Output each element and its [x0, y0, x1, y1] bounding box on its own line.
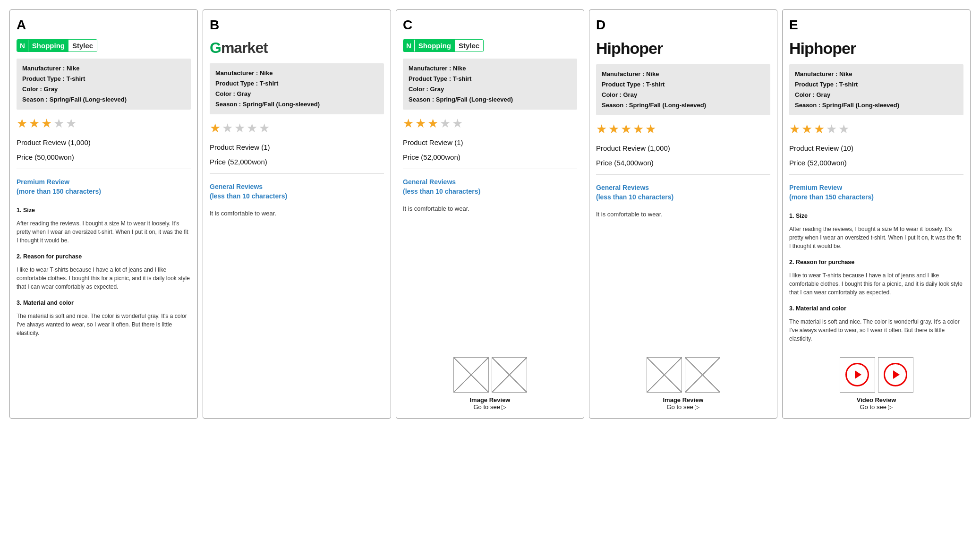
stars-container: ★★★★★: [403, 116, 577, 131]
video-box-0: [840, 357, 875, 393]
play-triangle: [893, 370, 900, 379]
star-filled: ★: [645, 122, 656, 137]
type-line: Product Type : T-shirt: [795, 79, 958, 90]
video-boxes: [840, 357, 913, 393]
gmarket-g: G: [210, 39, 221, 56]
product-info-box: Manufacturer : Nike Product Type : T-shi…: [789, 64, 963, 115]
logo-container-b: Gmarket: [210, 39, 384, 57]
price-line: Price (50,000won): [17, 153, 191, 161]
product-info-box: Manufacturer : Nike Product Type : T-shi…: [210, 63, 384, 114]
star-empty: ★: [247, 121, 257, 136]
type-line: Product Type : T-shirt: [409, 74, 571, 84]
review-section-title-1: 2. Reason for purchase: [17, 253, 191, 260]
star-filled: ★: [801, 122, 812, 137]
review-type-label: Premium Review (more than 150 characters…: [17, 178, 191, 196]
color-line: Color : Gray: [409, 84, 571, 94]
logo-container-e: Hiphoper: [789, 39, 963, 58]
star-filled: ★: [633, 122, 644, 137]
product-info-box: Manufacturer : Nike Product Type : T-shi…: [596, 64, 770, 115]
color-line: Color : Gray: [215, 89, 378, 99]
naver-shopping: Shopping: [28, 40, 68, 51]
season-line: Season : Spring/Fall (Long-sleeved): [215, 99, 378, 110]
column-c: C N Shopping Stylec Manufacturer : Nike …: [396, 9, 584, 419]
review-type-label: General Reviews (less than 10 characters…: [403, 178, 577, 196]
review-section-text-2: The material is soft and nice. The color…: [789, 317, 963, 343]
review-section-text-0: After reading the reviews, I bought a si…: [789, 225, 963, 250]
image-box-1: [685, 357, 720, 393]
price-line: Price (52,000won): [210, 158, 384, 166]
star-filled: ★: [17, 116, 27, 131]
review-section-text-1: I like to wear T-shirts because I have a…: [789, 271, 963, 297]
review-count: Product Review (1): [403, 138, 577, 146]
star-filled: ★: [789, 122, 800, 137]
star-empty: ★: [234, 121, 245, 136]
type-line: Product Type : T-shirt: [22, 74, 185, 84]
naver-shopping: Shopping: [415, 40, 455, 51]
review-type-label: General Reviews (less than 10 characters…: [210, 182, 384, 201]
color-line: Color : Gray: [22, 84, 185, 94]
naver-n: N: [17, 40, 28, 51]
logo-container-c: N Shopping Stylec: [403, 39, 577, 52]
image-review-goto[interactable]: Go to see ▷: [474, 403, 507, 411]
image-placeholder-container: Image ReviewGo to see ▷: [596, 352, 770, 411]
section-label-c: C: [403, 17, 577, 33]
section-label-b: B: [210, 17, 384, 33]
star-filled: ★: [29, 116, 40, 131]
play-icon: [884, 363, 907, 386]
image-boxes: [453, 357, 527, 393]
manufacturer-line: Manufacturer : Nike: [602, 69, 765, 79]
general-review-text: It is comfortable to wear.: [403, 205, 577, 212]
type-line: Product Type : T-shirt: [602, 79, 765, 90]
product-info-box: Manufacturer : Nike Product Type : T-shi…: [403, 59, 577, 110]
manufacturer-line: Manufacturer : Nike: [22, 63, 185, 74]
review-section-title-2: 3. Material and color: [789, 305, 963, 312]
star-empty: ★: [452, 116, 463, 131]
video-placeholder-container: Video ReviewGo to see ▷: [789, 352, 963, 411]
hiphoper-logo: Hiphoper: [789, 39, 856, 58]
logo-container-a: N Shopping Stylec: [17, 39, 191, 52]
main-container: A N Shopping Stylec Manufacturer : Nike …: [9, 9, 971, 419]
review-type-label: Premium Review (more than 150 characters…: [789, 183, 963, 202]
star-empty: ★: [53, 116, 64, 131]
review-type-label: General Reviews (less than 10 characters…: [596, 183, 770, 202]
star-filled: ★: [608, 122, 619, 137]
video-review-goto[interactable]: Go to see ▷: [860, 403, 893, 411]
star-empty: ★: [222, 121, 233, 136]
star-empty: ★: [66, 116, 77, 131]
star-filled: ★: [415, 116, 426, 131]
star-filled: ★: [621, 122, 631, 137]
review-section-text-2: The material is soft and nice. The color…: [17, 312, 191, 337]
color-line: Color : Gray: [602, 90, 765, 100]
image-review-label: Image Review: [470, 396, 511, 403]
price-line: Price (52,000won): [789, 159, 963, 167]
star-filled: ★: [210, 121, 221, 136]
logo-container-d: Hiphoper: [596, 39, 770, 58]
column-a: A N Shopping Stylec Manufacturer : Nike …: [9, 9, 198, 419]
video-review-label: Video Review: [857, 396, 896, 403]
star-filled: ★: [596, 122, 607, 137]
column-b: B Gmarket Manufacturer : Nike Product Ty…: [203, 9, 391, 419]
star-empty: ★: [838, 122, 849, 137]
season-line: Season : Spring/Fall (Long-sleeved): [22, 94, 185, 105]
review-count: Product Review (1,000): [596, 144, 770, 152]
naver-n: N: [403, 40, 414, 51]
price-line: Price (54,000won): [596, 159, 770, 167]
star-filled: ★: [814, 122, 825, 137]
image-box-1: [492, 357, 527, 393]
star-empty: ★: [259, 121, 270, 136]
product-info-box: Manufacturer : Nike Product Type : T-shi…: [17, 59, 191, 110]
divider: [17, 169, 191, 169]
review-section-title-0: 1. Size: [789, 213, 963, 219]
star-empty: ★: [826, 122, 837, 137]
review-section-text-0: After reading the reviews, I bought a si…: [17, 219, 191, 245]
image-review-goto[interactable]: Go to see ▷: [667, 403, 700, 411]
manufacturer-line: Manufacturer : Nike: [215, 68, 378, 78]
image-box-0: [453, 357, 489, 393]
divider: [789, 174, 963, 175]
star-filled: ★: [403, 116, 414, 131]
general-review-text: It is comfortable to wear.: [596, 211, 770, 218]
star-filled: ★: [427, 116, 438, 131]
general-review-text: It is comfortable to wear.: [210, 210, 384, 217]
column-e: E Hiphoper Manufacturer : Nike Product T…: [782, 9, 971, 419]
image-box-0: [647, 357, 682, 393]
